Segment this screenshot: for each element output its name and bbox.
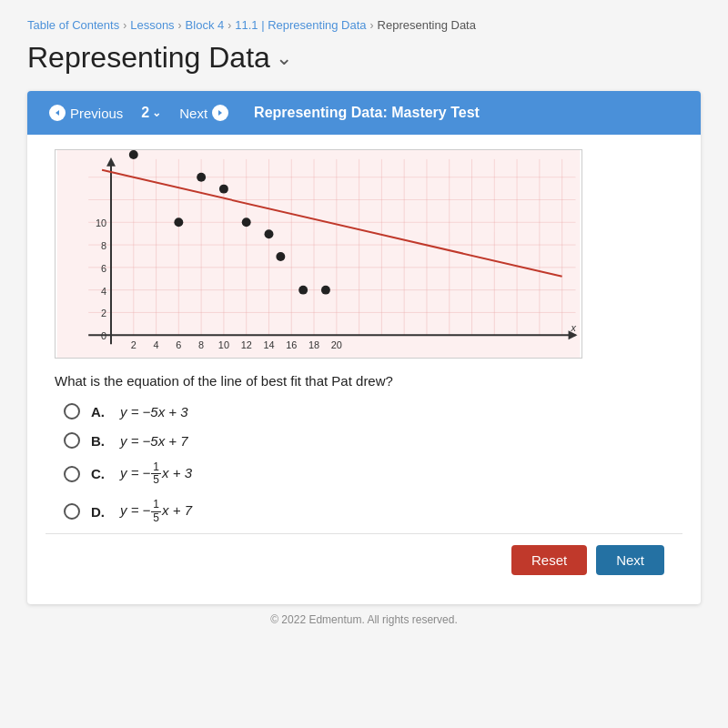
- answer-options: A. y = −5x + 3 B. y = −5x + 7 C.: [64, 403, 682, 524]
- page-number-selector[interactable]: 2 ⌄: [137, 105, 165, 121]
- svg-text:0: 0: [101, 330, 106, 341]
- next-icon-top: [212, 105, 228, 121]
- svg-text:4: 4: [101, 286, 106, 297]
- svg-rect-2: [57, 150, 581, 358]
- option-d-label: D.: [91, 504, 109, 520]
- breadcrumb: Table of Contents › Lessons › Block 4 › …: [27, 18, 701, 32]
- svg-text:8: 8: [101, 240, 106, 251]
- previous-icon: [49, 105, 66, 121]
- breadcrumb-sep-3: ›: [228, 19, 231, 32]
- scatter-plot: 2 4 6 8 10 12 14 16 18 20 0 2: [56, 150, 581, 358]
- radio-a[interactable]: [64, 403, 80, 420]
- question-text: What is the equation of the line of best…: [55, 373, 682, 389]
- svg-marker-0: [56, 110, 59, 116]
- next-label-top: Next: [179, 106, 207, 121]
- option-b-label: B.: [91, 433, 109, 449]
- svg-text:x: x: [571, 322, 577, 333]
- svg-text:2: 2: [131, 339, 136, 350]
- option-b-formula: y = −5x + 7: [120, 433, 188, 449]
- radio-d[interactable]: [64, 503, 80, 520]
- page-wrapper: Table of Contents › Lessons › Block 4 › …: [0, 0, 728, 728]
- option-b[interactable]: B. y = −5x + 7: [64, 432, 682, 449]
- svg-text:20: 20: [331, 339, 342, 350]
- option-c-formula: y = −15x + 3: [120, 461, 192, 486]
- breadcrumb-block4[interactable]: Block 4: [186, 18, 225, 32]
- svg-text:2: 2: [101, 308, 106, 318]
- svg-point-54: [129, 150, 138, 159]
- breadcrumb-toc[interactable]: Table of Contents: [27, 18, 119, 32]
- nav-bar: Previous 2 ⌄ Next Representing Data: Mas…: [27, 91, 701, 135]
- option-d-formula: y = −15x + 7: [120, 499, 192, 523]
- svg-text:18: 18: [308, 339, 319, 350]
- previous-button[interactable]: Previous: [42, 99, 130, 126]
- option-a-formula: y = −5x + 3: [120, 404, 188, 420]
- breadcrumb-current: Representing Data: [378, 18, 476, 32]
- svg-point-58: [242, 217, 251, 227]
- breadcrumb-sep-2: ›: [178, 19, 182, 32]
- breadcrumb-sep-1: ›: [123, 19, 126, 32]
- svg-text:10: 10: [96, 217, 106, 228]
- previous-label: Previous: [70, 106, 123, 121]
- option-a-label: A.: [91, 404, 109, 420]
- section-title: Representing Data: Mastery Test: [254, 105, 480, 121]
- page-number: 2: [141, 105, 149, 121]
- svg-text:12: 12: [241, 339, 252, 350]
- svg-text:8: 8: [198, 339, 204, 350]
- option-a[interactable]: A. y = −5x + 3: [64, 403, 682, 420]
- option-c[interactable]: C. y = −15x + 3: [64, 461, 682, 486]
- radio-c[interactable]: [64, 466, 80, 482]
- svg-point-60: [276, 252, 285, 261]
- footer-bar: Reset Next: [46, 533, 682, 586]
- next-button-top[interactable]: Next: [172, 99, 236, 126]
- breadcrumb-sep-4: ›: [370, 19, 374, 32]
- page-title: Representing Data ⌄: [27, 41, 701, 75]
- reset-button[interactable]: Reset: [511, 545, 587, 575]
- next-button-bottom[interactable]: Next: [596, 545, 664, 575]
- svg-text:16: 16: [286, 339, 297, 350]
- svg-point-61: [298, 286, 308, 295]
- svg-text:14: 14: [263, 339, 274, 350]
- option-c-label: C.: [91, 466, 109, 481]
- svg-text:4: 4: [154, 339, 159, 350]
- page-title-text: Representing Data: [27, 41, 270, 75]
- svg-text:10: 10: [218, 339, 229, 350]
- graph-container: 2 4 6 8 10 12 14 16 18 20 0 2: [55, 149, 582, 359]
- svg-point-57: [219, 185, 228, 194]
- svg-point-62: [321, 286, 330, 295]
- title-chevron-icon[interactable]: ⌄: [276, 46, 292, 70]
- svg-text:6: 6: [101, 263, 106, 274]
- page-num-chevron-icon: ⌄: [152, 106, 161, 119]
- svg-marker-1: [218, 110, 222, 116]
- breadcrumb-chapter[interactable]: 11.1 | Representing Data: [235, 18, 366, 32]
- svg-text:6: 6: [176, 339, 181, 350]
- content-card: Previous 2 ⌄ Next Representing Data: Mas…: [27, 91, 701, 604]
- option-d[interactable]: D. y = −15x + 7: [64, 499, 682, 523]
- radio-b[interactable]: [64, 432, 80, 449]
- question-area: 2 4 6 8 10 12 14 16 18 20 0 2: [27, 135, 701, 604]
- svg-point-59: [265, 229, 274, 238]
- svg-point-56: [197, 173, 206, 182]
- copyright: © 2022 Edmentum. All rights reserved.: [27, 604, 701, 635]
- breadcrumb-lessons[interactable]: Lessons: [130, 18, 174, 32]
- svg-point-55: [174, 217, 183, 227]
